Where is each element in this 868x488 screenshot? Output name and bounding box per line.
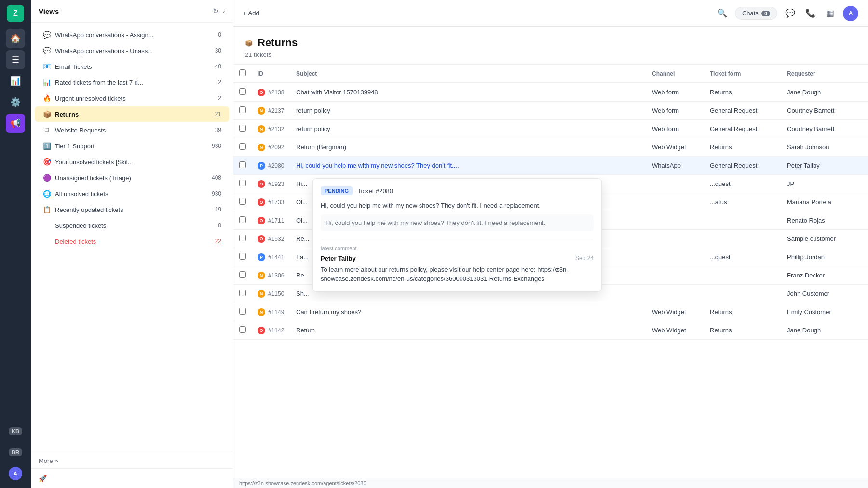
th-checkbox xyxy=(233,65,252,83)
tickets-header: 📦 Returns 21 tickets xyxy=(233,27,868,65)
row-channel-cell xyxy=(646,193,704,211)
status-dot: O xyxy=(258,180,265,188)
sidebar: Views ↻ ‹ 💬 WhatsApp conversations - Ass… xyxy=(31,0,233,488)
select-all-checkbox[interactable] xyxy=(239,69,246,76)
table-row[interactable]: P #2080 Hi, could you help me with my ne… xyxy=(233,157,868,175)
search-icon[interactable]: 🔍 xyxy=(715,6,730,21)
sidebar-item-unassigned-triage[interactable]: 🟣 Unassigned tickets (Triage) 408 xyxy=(35,170,229,185)
th-channel[interactable]: Channel xyxy=(646,65,704,83)
row-checkbox-cell xyxy=(233,83,252,102)
table-row[interactable]: O #2138 Chat with Visitor 1570139948 Web… xyxy=(233,83,868,102)
sidebar-item-suspended[interactable]: Suspended tickets 0 xyxy=(35,218,229,233)
row-checkbox-cell xyxy=(233,211,252,230)
row-checkbox[interactable] xyxy=(239,216,246,223)
row-checkbox-cell xyxy=(233,321,252,340)
sidebar-item-urgent-unresolved[interactable]: 🔥 Urgent unresolved tickets 2 xyxy=(35,91,229,106)
view-item-icon xyxy=(42,237,51,246)
nav-marketing[interactable]: 📢 xyxy=(6,114,25,133)
sidebar-item-returns[interactable]: 📦 Returns 21 xyxy=(35,106,229,122)
add-button[interactable]: + Add xyxy=(243,10,259,17)
view-item-icon: 🌐 xyxy=(42,189,51,198)
sidebar-item-email-tickets[interactable]: 📧 Email Tickets 40 xyxy=(35,59,229,74)
row-checkbox[interactable] xyxy=(239,143,246,150)
row-subject-cell: return policy xyxy=(290,102,646,120)
table-row[interactable]: N #2132 return policy Web form General R… xyxy=(233,120,868,138)
sidebar-item-all-unsolved[interactable]: 🌐 All unsolved tickets 930 xyxy=(35,186,229,201)
status-bar: https://z3n-showcase.zendesk.com/agent/t… xyxy=(233,478,868,488)
more-link[interactable]: More » xyxy=(39,457,58,464)
sidebar-item-website-requests[interactable]: 🖥 Website Requests 39 xyxy=(35,122,229,138)
nav-analytics[interactable]: 📊 xyxy=(6,71,25,91)
view-item-icon: 🖥 xyxy=(42,126,51,134)
view-item-count: 30 xyxy=(215,47,221,54)
row-form-cell: ...atus xyxy=(704,193,781,211)
row-form-cell: General Request xyxy=(704,120,781,138)
row-requester-cell: Phillip Jordan xyxy=(781,248,868,266)
row-subject-cell: Return xyxy=(290,321,646,340)
sidebar-item-recently-updated[interactable]: 📋 Recently updated tickets 19 xyxy=(35,202,229,217)
status-dot: O xyxy=(258,327,265,334)
row-channel-cell: Web Widget xyxy=(646,138,704,157)
nav-tickets[interactable]: ☰ xyxy=(6,50,25,69)
view-item-count: 39 xyxy=(215,127,221,133)
row-checkbox[interactable] xyxy=(239,88,246,95)
ticket-tooltip[interactable]: PENDING Ticket #2080 Hi, could you help … xyxy=(312,178,602,292)
sidebar-item-tier1-support[interactable]: 1️⃣ Tier 1 Support 930 xyxy=(35,138,229,154)
row-requester-cell: Sample customer xyxy=(781,230,868,248)
row-form-cell: ...quest xyxy=(704,248,781,266)
ticket-id: #2080 xyxy=(268,162,284,169)
ticket-id: #2092 xyxy=(268,144,284,151)
sidebar-item-deleted[interactable]: Deleted tickets 22 xyxy=(35,234,229,249)
nav-home[interactable]: 🏠 xyxy=(6,29,25,48)
message-icon[interactable]: 💬 xyxy=(782,6,798,21)
table-row[interactable]: N #2137 return policy Web form General R… xyxy=(233,102,868,120)
grid-icon[interactable]: ▦ xyxy=(823,6,838,21)
row-checkbox[interactable] xyxy=(239,290,246,296)
sidebar-item-whatsapp-unassigned[interactable]: 💬 WhatsApp conversations - Unass... 30 xyxy=(35,43,229,58)
sidebar-item-whatsapp-assigned[interactable]: 💬 WhatsApp conversations - Assign... 0 xyxy=(35,27,229,42)
th-requester[interactable]: Requester xyxy=(781,65,868,83)
ticket-id: #1142 xyxy=(268,327,284,334)
nav-settings[interactable]: ⚙️ xyxy=(6,92,25,112)
sidebar-header-actions: ↻ ‹ xyxy=(213,7,225,15)
collapse-icon[interactable]: ‹ xyxy=(223,7,225,15)
row-checkbox[interactable] xyxy=(239,308,246,315)
tickets-count: 21 tickets xyxy=(245,51,856,58)
sidebar-item-rated-tickets[interactable]: 📊 Rated tickets from the last 7 d... 2 xyxy=(35,75,229,90)
row-checkbox[interactable] xyxy=(239,198,246,205)
row-id-cell: N #2132 xyxy=(252,120,290,138)
refresh-icon[interactable]: ↻ xyxy=(213,7,219,15)
row-checkbox-cell xyxy=(233,248,252,266)
row-checkbox[interactable] xyxy=(239,326,246,333)
row-checkbox[interactable] xyxy=(239,125,246,132)
row-checkbox[interactable] xyxy=(239,253,246,260)
th-id[interactable]: ID xyxy=(252,65,290,83)
nav-kb[interactable]: KB xyxy=(6,422,25,441)
user-avatar[interactable]: A xyxy=(843,6,858,21)
table-row[interactable]: O #1142 Return Web Widget Returns Jane D… xyxy=(233,321,868,340)
table-row[interactable]: N #1149 Can I return my shoes? Web Widge… xyxy=(233,303,868,321)
view-item-label: All unsolved tickets xyxy=(55,190,210,198)
row-channel-cell xyxy=(646,175,704,193)
pending-badge: PENDING xyxy=(321,186,353,195)
view-item-count: 21 xyxy=(215,111,221,118)
ticket-id: #1441 xyxy=(268,254,284,261)
table-row[interactable]: N #2092 Return (Bergman) Web Widget Retu… xyxy=(233,138,868,157)
th-subject[interactable]: Subject xyxy=(290,65,646,83)
row-checkbox[interactable] xyxy=(239,271,246,278)
chats-button[interactable]: Chats 0 xyxy=(735,7,777,20)
nav-br[interactable]: BR xyxy=(6,443,25,462)
row-checkbox[interactable] xyxy=(239,161,246,168)
row-requester-cell: Courtney Barnett xyxy=(781,120,868,138)
row-checkbox[interactable] xyxy=(239,180,246,186)
phone-icon[interactable]: 📞 xyxy=(802,6,818,21)
row-checkbox-cell xyxy=(233,138,252,157)
th-form[interactable]: Ticket form xyxy=(704,65,781,83)
nav-user-avatar[interactable]: A xyxy=(6,464,25,483)
view-item-icon: 💬 xyxy=(42,30,51,39)
view-item-count: 2 xyxy=(218,95,221,102)
row-checkbox[interactable] xyxy=(239,106,246,113)
row-checkbox[interactable] xyxy=(239,235,246,241)
tickets-title: 📦 Returns xyxy=(245,37,856,49)
sidebar-item-your-unsolved[interactable]: 🎯 Your unsolved tickets [Skil... xyxy=(35,154,229,170)
